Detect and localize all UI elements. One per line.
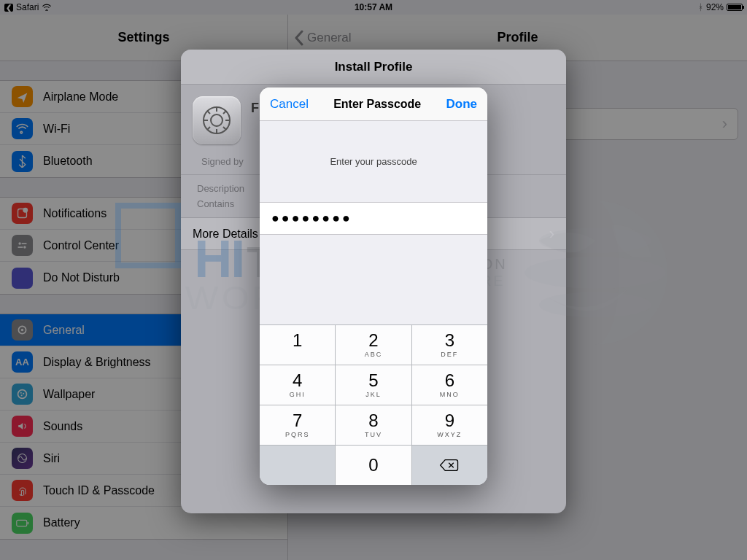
- keypad-7[interactable]: 7PQRS: [260, 405, 336, 445]
- keypad-digit: 6: [445, 372, 454, 389]
- svg-point-16: [211, 114, 222, 126]
- keypad-letters: PQRS: [285, 431, 310, 438]
- keypad-5[interactable]: 5JKL: [336, 365, 411, 405]
- keypad-letters: MNO: [440, 391, 460, 398]
- keypad-digit: 5: [368, 372, 378, 389]
- keypad-digit: 1: [293, 332, 302, 349]
- keypad-letters: DEF: [441, 351, 458, 358]
- keypad-3[interactable]: 3DEF: [412, 324, 487, 365]
- numeric-keypad: 1 2ABC3DEF4GHI5JKL6MNO7PQRS8TUV9WXYZ 0: [260, 324, 487, 485]
- svg-line-24: [207, 127, 210, 130]
- keypad-digit: 7: [293, 412, 302, 429]
- passcode-prompt: Enter your passcode: [260, 121, 487, 203]
- keypad-0[interactable]: 0: [336, 445, 411, 485]
- keypad-blank: [260, 445, 336, 485]
- svg-line-22: [223, 127, 226, 130]
- keypad-letters: WXYZ: [437, 431, 462, 438]
- keypad-letters: [295, 351, 299, 358]
- passcode-modal: Cancel Enter Passcode Done Enter your pa…: [260, 88, 487, 485]
- passcode-title: Enter Passcode: [333, 98, 421, 111]
- keypad-letters: TUV: [365, 431, 382, 438]
- keypad-1[interactable]: 1: [260, 324, 336, 365]
- keypad-backspace[interactable]: [412, 445, 487, 485]
- keypad-digit: 8: [368, 412, 378, 429]
- keypad-letters: JKL: [365, 391, 382, 398]
- keypad-6[interactable]: 6MNO: [412, 365, 487, 405]
- keypad-letters: GHI: [290, 391, 306, 398]
- backspace-icon: [439, 458, 460, 472]
- svg-line-21: [207, 111, 210, 114]
- keypad-4[interactable]: 4GHI: [260, 365, 336, 405]
- profile-gear-icon: [193, 96, 241, 144]
- more-details-label: More Details: [193, 228, 258, 241]
- keypad-9[interactable]: 9WXYZ: [412, 405, 487, 445]
- keypad-2[interactable]: 2ABC: [336, 324, 411, 365]
- chevron-right-icon: ›: [549, 225, 554, 244]
- cancel-button[interactable]: Cancel: [270, 97, 309, 112]
- keypad-digit: 2: [368, 332, 378, 349]
- keypad-digit: 3: [445, 332, 454, 349]
- sheet-title: Install Profile: [181, 50, 566, 85]
- keypad-digit: 9: [445, 412, 454, 429]
- passcode-dots: ●●●●●●●●: [271, 211, 352, 226]
- passcode-field[interactable]: ●●●●●●●●: [260, 203, 487, 235]
- done-button[interactable]: Done: [446, 97, 477, 112]
- keypad-letters: ABC: [365, 351, 383, 358]
- keypad-digit: 4: [293, 372, 302, 389]
- keypad-8[interactable]: 8TUV: [336, 405, 411, 445]
- svg-line-23: [223, 111, 226, 114]
